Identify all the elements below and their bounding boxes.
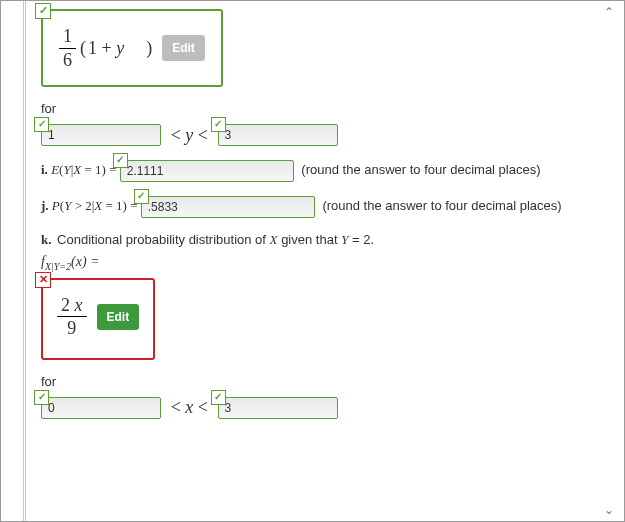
fraction-2-den: 9	[57, 317, 87, 340]
scroll-up-icon[interactable]: ⌃	[602, 5, 616, 19]
range2-high-wrap: ✓	[218, 397, 338, 419]
paren-content: 1 + y	[88, 38, 124, 59]
line-i: i. E(Y|X = 1) = ✓ (round the answer to f…	[41, 160, 596, 182]
fraction-2: 2 x 9	[57, 294, 87, 340]
range1-mid: < y <	[171, 125, 208, 146]
left-divider-1	[23, 1, 24, 521]
for-label-1: for	[41, 101, 596, 116]
for-label-2: for	[41, 374, 596, 389]
check-icon: ✓	[113, 153, 128, 168]
range2-mid: < x <	[171, 397, 208, 418]
line-j-label: j.	[41, 198, 49, 213]
cross-icon: ✕	[35, 272, 51, 288]
edit-button-expr2[interactable]: Edit	[97, 304, 140, 330]
check-icon: ✓	[211, 117, 226, 132]
expression-1-box: ✓ 1 6 ( 1 + y ) Edit	[41, 9, 223, 87]
line-k-label: k.	[41, 232, 51, 247]
check-icon: ✓	[34, 390, 49, 405]
fraction-1-den: 6	[59, 49, 76, 72]
range1-high-wrap: ✓	[218, 124, 338, 146]
check-icon: ✓	[211, 390, 226, 405]
paren-close: )	[146, 38, 152, 59]
range1-low-input[interactable]	[41, 124, 161, 146]
page-frame: ⌃ ⌄ ✓ 1 6 ( 1 + y ) Edit for ✓	[0, 0, 625, 522]
range-1-row: ✓ < y < ✓	[41, 124, 596, 146]
line-j-note: (round the answer to four decimal places…	[322, 198, 561, 213]
fx-label: fX|Y=2(x) =	[41, 254, 596, 272]
expression-2-box: ✕ 2 x 9 Edit	[41, 278, 155, 360]
edit-button-expr1[interactable]: Edit	[162, 35, 205, 61]
check-icon: ✓	[134, 189, 149, 204]
range1-high-input[interactable]	[218, 124, 338, 146]
line-i-label: i.	[41, 162, 48, 177]
fraction-1-num: 1	[59, 25, 76, 49]
range2-high-input[interactable]	[218, 397, 338, 419]
range2-low-wrap: ✓	[41, 397, 161, 419]
fraction-1: 1 6	[59, 25, 76, 71]
range-2-row: ✓ < x < ✓	[41, 397, 596, 419]
line-i-note: (round the answer to four decimal places…	[301, 162, 540, 177]
content-area: ✓ 1 6 ( 1 + y ) Edit for ✓ < y < ✓	[41, 5, 596, 517]
fraction-2-num: 2 x	[57, 294, 87, 318]
check-icon: ✓	[35, 3, 51, 19]
line-k: k. Conditional probability distribution …	[41, 232, 596, 248]
line-j: j. P(Y > 2|X = 1) = ✓ (round the answer …	[41, 196, 596, 218]
line-i-input-wrap: ✓	[120, 160, 294, 182]
check-icon: ✓	[34, 117, 49, 132]
left-divider-2	[25, 1, 26, 521]
range2-low-input[interactable]	[41, 397, 161, 419]
line-j-input[interactable]	[141, 196, 315, 218]
line-j-input-wrap: ✓	[141, 196, 315, 218]
scroll-down-icon[interactable]: ⌄	[602, 503, 616, 517]
range1-low-wrap: ✓	[41, 124, 161, 146]
line-i-input[interactable]	[120, 160, 294, 182]
paren-open: (	[80, 38, 86, 59]
